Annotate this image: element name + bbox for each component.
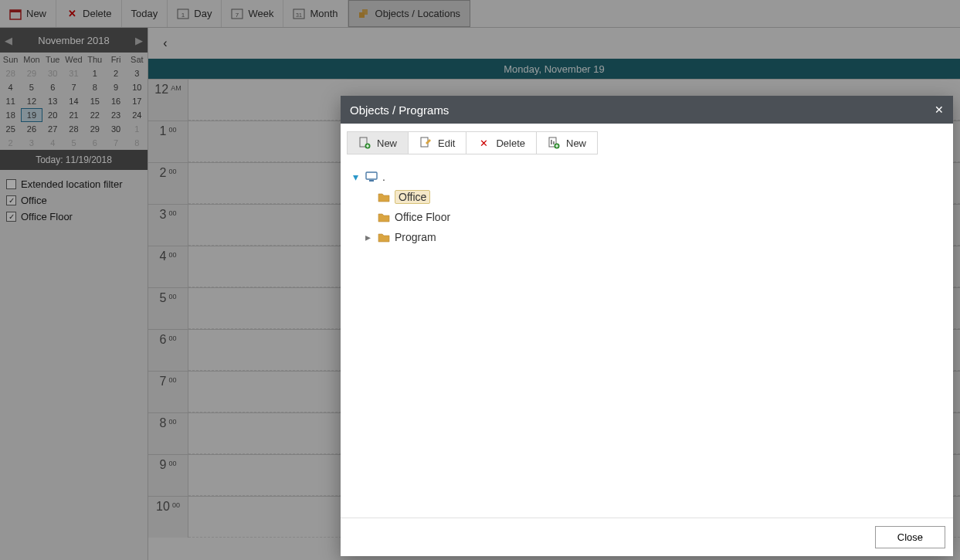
tree-node-label: Program [395,231,436,243]
tree-root-node[interactable]: ▾ . [350,167,944,187]
svg-rect-15 [553,141,555,144]
tree-node-label: Office [395,190,430,204]
dialog-footer: Close [341,518,953,556]
expander-closed-icon[interactable]: ▸ [365,231,373,243]
tree-node-label: Office Floor [395,211,450,223]
dialog-delete-label: Delete [496,137,525,149]
dialog-close-icon[interactable]: ✕ [935,104,944,116]
computer-icon [365,171,378,182]
svg-rect-18 [369,180,374,182]
delete-x-icon: ✕ [477,137,490,149]
new-report-icon [548,137,560,149]
objects-programs-dialog: Objects / Programs ✕ New Edit ✕ Delete [341,96,953,556]
dialog-edit-label: Edit [438,137,455,149]
tree-node[interactable]: Office [350,187,944,207]
folder-icon [378,232,390,243]
folder-icon [378,192,390,202]
dialog-delete-button[interactable]: ✕ Delete [466,131,537,154]
dialog-toolbar: New Edit ✕ Delete New [341,124,953,159]
dialog-new-object-button[interactable]: New [347,131,409,154]
dialog-titlebar[interactable]: Objects / Programs ✕ [341,96,953,124]
dialog-new2-label: New [566,137,586,149]
svg-rect-17 [366,172,377,179]
folder-icon [378,212,390,222]
edit-page-icon [419,137,432,149]
dialog-close-button[interactable]: Close [875,526,945,548]
expander-open-icon[interactable]: ▾ [353,171,361,183]
dialog-new1-label: New [377,137,397,149]
svg-rect-14 [551,140,552,144]
tree-node[interactable]: ▸Program [350,227,944,247]
object-tree: ▾ . OfficeOffice Floor▸Program [341,159,953,518]
tree-root-label: . [382,171,385,183]
tree-node[interactable]: Office Floor [350,207,944,227]
dialog-title: Objects / Programs [350,104,449,117]
new-page-icon [358,137,371,149]
dialog-edit-button[interactable]: Edit [409,131,466,154]
dialog-new-program-button[interactable]: New [537,131,598,154]
